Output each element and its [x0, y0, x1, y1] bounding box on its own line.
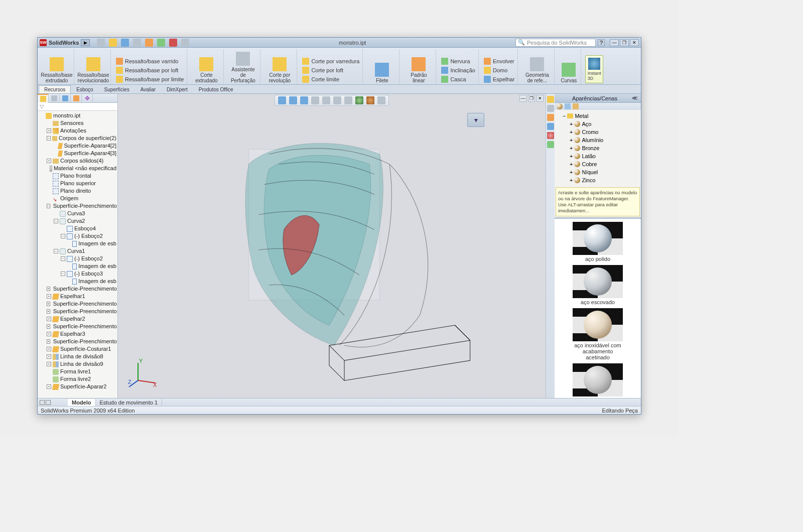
mirror-button[interactable]: Espelhar — [483, 75, 515, 83]
appearance-icon[interactable] — [557, 103, 563, 109]
extrude-button[interactable]: Ressalto/base extrudado — [42, 57, 72, 83]
cut-sweep-button[interactable]: Corte por varredura — [301, 57, 360, 65]
tree-item[interactable]: +Espelhar1 — [46, 293, 117, 300]
tree-item[interactable]: +Corpos sólidos(4) — [46, 157, 117, 165]
curves-button[interactable]: Curvas — [559, 63, 579, 83]
material-item[interactable]: +Bronze — [570, 144, 640, 152]
vp-restore-button[interactable]: ❐ — [528, 95, 535, 102]
close-button[interactable]: ✕ — [630, 39, 639, 46]
tp-home-icon[interactable] — [547, 96, 554, 103]
tree-item[interactable]: Imagem de esb — [67, 240, 117, 247]
ref-geometry-button[interactable]: Geometria de refe... — [522, 57, 552, 83]
tp-file-explorer-icon[interactable] — [547, 114, 554, 121]
material-item[interactable]: +Alumínio — [570, 136, 640, 144]
tree-item[interactable]: Plano superior — [46, 180, 117, 187]
zoom-prev-icon[interactable] — [300, 96, 308, 104]
material-item[interactable]: +Latão — [570, 152, 640, 160]
tree-item[interactable]: Superfície-Aparar4[2] — [53, 142, 117, 150]
fm-tab-dim[interactable] — [71, 94, 82, 103]
appearance-swatch[interactable]: aço escovado — [573, 265, 623, 305]
loft-button[interactable]: Ressalto/base por loft — [115, 66, 185, 74]
tree-item[interactable]: +Superfície-Preenchimento — [46, 300, 117, 308]
undo-icon[interactable] — [169, 39, 177, 47]
save-icon[interactable] — [121, 39, 129, 47]
tree-filter-input[interactable]: ▽ — [38, 103, 117, 111]
tree-item[interactable]: Forma livre1 — [46, 368, 117, 375]
feature-tree[interactable]: monstro.iptSensores+Anotações−Corpos de … — [38, 111, 117, 398]
material-item[interactable]: +Cromo — [570, 128, 640, 136]
fm-tab-config[interactable] — [60, 94, 71, 103]
redo-icon[interactable] — [181, 39, 189, 47]
section-icon[interactable] — [311, 96, 319, 104]
maximize-button[interactable]: ❐ — [620, 39, 629, 46]
tree-item[interactable]: +Espelhar3 — [46, 330, 117, 338]
tab-motion-study[interactable]: Estudo de movimento 1 — [96, 399, 163, 406]
tree-item[interactable]: +Superfície-Preenchimento — [46, 323, 117, 330]
material-item[interactable]: +Cobre — [570, 160, 640, 168]
tree-item[interactable]: −Corpos de superfície(2) — [46, 135, 117, 142]
tp-design-lib-icon[interactable] — [547, 105, 554, 112]
print-icon[interactable] — [133, 39, 141, 47]
tab-prev-icon[interactable] — [40, 400, 45, 405]
fm-tab-tree[interactable] — [38, 94, 49, 103]
shell-button[interactable]: Casca — [440, 75, 476, 83]
draft-button[interactable]: Inclinação — [440, 66, 476, 74]
cut-boundary-button[interactable]: Corte limite — [301, 75, 360, 83]
tree-item[interactable]: Sensores — [46, 119, 117, 127]
tree-item[interactable]: +Espelhar2 — [46, 315, 117, 323]
appearance-swatch[interactable]: aço fosco — [573, 363, 623, 398]
tree-item[interactable]: −(-) Esboço3 — [60, 270, 117, 278]
instant3d-button[interactable]: Instant 3D — [585, 55, 603, 83]
pane-expand-icon[interactable]: ≪ — [632, 95, 638, 101]
decal-icon[interactable] — [573, 103, 579, 109]
tp-appearances-icon[interactable] — [547, 132, 554, 139]
hole-wizard-button[interactable]: Assistente de Perfuração — [228, 52, 258, 83]
tree-item[interactable]: +Superfície-Aparar2 — [46, 383, 117, 390]
material-item[interactable]: +Aço — [570, 120, 640, 128]
tree-item[interactable]: +Anotações — [46, 127, 117, 135]
rebuild-icon[interactable] — [145, 39, 153, 47]
tp-view-palette-icon[interactable] — [547, 123, 554, 130]
appearance-swatch[interactable]: aço inoxidável com acabamento acetinado — [573, 308, 623, 360]
minimize-button[interactable]: — — [610, 39, 619, 46]
tree-item[interactable]: +Superfície-Preenchimento — [46, 308, 117, 315]
tree-item[interactable]: Plano frontal — [46, 172, 117, 180]
fillet-button[interactable]: Filete — [367, 63, 397, 83]
search-input[interactable]: 🔍 Pesquisa do SolidWorks — [515, 39, 596, 47]
material-tree[interactable]: −Metal +Aço+Cromo+Alumínio+Bronze+Latão+… — [555, 110, 641, 186]
tab-next-icon[interactable] — [46, 400, 51, 405]
tree-item[interactable]: Material <não especificad — [46, 165, 117, 172]
tree-item[interactable]: +Superfície-Costurar1 — [46, 345, 117, 353]
tree-item[interactable]: Imagem de esb — [67, 262, 117, 270]
new-doc-icon[interactable] — [97, 39, 105, 47]
tp-custom-props-icon[interactable] — [547, 141, 554, 148]
tree-item[interactable]: +Superfície-Preenchimento — [46, 338, 117, 345]
tree-item[interactable]: Origem — [46, 195, 117, 202]
pattern-button[interactable]: Padrão linear — [404, 57, 434, 83]
app-menu-button[interactable]: ▶ — [81, 39, 90, 46]
tree-item[interactable]: +Linha de divisão9 — [46, 360, 117, 368]
tree-item[interactable]: +Linha de divisão8 — [46, 353, 117, 360]
tree-item[interactable]: Imagem de esb — [67, 278, 117, 285]
view-orient-icon[interactable] — [322, 96, 330, 104]
sweep-button[interactable]: Ressalto/base varrido — [115, 57, 185, 65]
options-icon[interactable] — [157, 39, 165, 47]
zoom-fit-icon[interactable] — [278, 96, 286, 104]
revolve-button[interactable]: Ressalto/base revolucionado — [78, 57, 108, 83]
tab-dimxpert[interactable]: DimXpert — [161, 85, 193, 93]
hide-show-icon[interactable] — [344, 96, 352, 104]
graphics-viewport[interactable]: ▾ — ❐ ✕ — [118, 94, 546, 398]
vp-close-button[interactable]: ✕ — [537, 95, 544, 102]
tree-root-item[interactable]: monstro.ipt — [39, 112, 117, 119]
fm-tab-property[interactable] — [49, 94, 60, 103]
display-style-icon[interactable] — [333, 96, 341, 104]
material-item[interactable]: +Níquel — [570, 168, 640, 176]
tree-item[interactable]: +Superfície-Preenchimento — [46, 285, 117, 293]
tab-avaliar[interactable]: Avaliar — [135, 85, 161, 93]
zoom-area-icon[interactable] — [289, 96, 297, 104]
tree-item[interactable]: Superfície-Aparar4[3] — [53, 150, 117, 157]
tab-superficies[interactable]: Superfícies — [99, 85, 135, 93]
cut-loft-button[interactable]: Corte por loft — [301, 66, 360, 74]
tree-item[interactable]: −Curva1 — [53, 247, 117, 255]
scene-icon[interactable] — [355, 96, 363, 104]
